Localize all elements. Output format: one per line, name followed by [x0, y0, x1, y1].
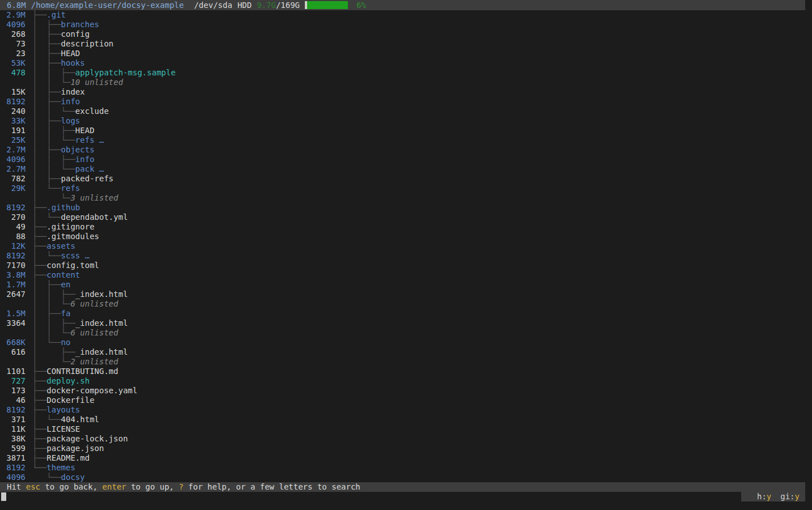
tree-branch-lines: │ └── [32, 184, 61, 193]
tree-row[interactable]: 2.7M│ │ └──pack … [0, 164, 805, 174]
tree-branch-lines: ├── [32, 270, 46, 280]
tree-row[interactable]: 240│ │ └──exclude [0, 107, 805, 116]
tree-row[interactable]: 38K├──package-lock.json [0, 434, 805, 444]
entry-size [6, 357, 25, 367]
tree-branch-lines: │ │ └─ [32, 328, 70, 338]
header-bar: 6.8M /home/example-user/docsy-example /d… [0, 0, 805, 10]
tree-row-unlisted[interactable]: │ └─3 unlisted [0, 193, 805, 203]
tree-row[interactable]: 270│ └──dependabot.yml [0, 212, 805, 222]
entry-size: 8192 [6, 203, 25, 212]
tree-row[interactable]: 782│ ├──packed-refs [0, 174, 805, 184]
entry-name: dependabot.yml [61, 212, 128, 222]
flag-h: h:y [757, 492, 771, 501]
file-tree: 2.9M├──.git4096│ ├──branches268│ ├──conf… [0, 10, 805, 482]
current-path: /home/example-user/docsy-example [31, 0, 184, 10]
entry-size [6, 193, 25, 203]
tree-row[interactable]: 2647│ │ ├──_index.html [0, 290, 805, 299]
tree-branch-lines: │ ├── [32, 20, 61, 29]
tree-row[interactable]: 4096│ ├──branches [0, 20, 805, 29]
entry-size: 4096 [6, 155, 25, 164]
tree-row[interactable]: 173├──docker-compose.yaml [0, 386, 805, 396]
tree-row-unlisted[interactable]: │ │ └─10 unlisted [0, 78, 805, 87]
tree-branch-lines: │ └── [32, 251, 61, 261]
tree-row[interactable]: 8192│ └──scss … [0, 251, 805, 261]
tree-branch-lines: │ ├── [32, 145, 61, 155]
flag-gi: gi:y [780, 492, 800, 501]
tree-row[interactable]: 23│ ├──HEAD [0, 49, 805, 58]
tree-branch-lines: │ ├── [32, 280, 61, 290]
tree-row[interactable]: 33K│ ├──logs [0, 116, 805, 126]
entry-size: 191 [6, 126, 25, 135]
tree-row[interactable]: 88├──.gitmodules [0, 232, 805, 241]
entry-name: .git [46, 10, 66, 20]
entry-size [6, 78, 25, 87]
tree-row[interactable]: 15K│ ├──index [0, 87, 805, 97]
entry-size: 38K [6, 434, 25, 444]
tree-row[interactable]: 371│ └──404.html [0, 415, 805, 424]
tree-row[interactable]: 668K│ └──no [0, 338, 805, 347]
entry-size: 616 [6, 347, 25, 357]
tree-branch-lines: │ │ └── [32, 164, 75, 174]
hint-key: ? [178, 482, 183, 491]
entry-name: 6 unlisted [70, 328, 118, 338]
flag-value: y [795, 492, 800, 501]
entry-size: 11K [6, 424, 25, 434]
entry-size: 29K [6, 184, 25, 193]
tree-row[interactable]: 3871├──README.md [0, 453, 805, 463]
tree-row-unlisted[interactable]: │ │ └─6 unlisted [0, 328, 805, 338]
tree-row[interactable]: 4096 └──docsy [0, 473, 805, 482]
tree-row[interactable]: 8192└──themes [0, 463, 805, 473]
tree-row[interactable]: 1.5M│ ├──fa [0, 309, 805, 318]
entry-size: 1.5M [6, 309, 25, 318]
tree-row[interactable]: 8192├──.github [0, 203, 805, 212]
status-hint-bar: Hit esc to go back, enter to go up, ? fo… [0, 482, 805, 492]
search-input[interactable]: h:ygi:y [0, 492, 812, 502]
entry-size: 270 [6, 212, 25, 222]
tree-row[interactable]: 46├──Dockerfile [0, 396, 805, 405]
entry-name: objects [61, 145, 95, 155]
tree-branch-lines: │ └── [32, 212, 61, 222]
tree-row[interactable]: 8192│ ├──info [0, 97, 805, 107]
tree-row[interactable]: 29K│ └──refs [0, 184, 805, 193]
tree-row-unlisted[interactable]: │ │ └─6 unlisted [0, 299, 805, 309]
entry-name: 404.html [61, 415, 99, 424]
tree-row[interactable]: 8192├──layouts [0, 405, 805, 415]
entry-name: index [61, 87, 85, 97]
tree-row[interactable]: 4096│ │ ├──info [0, 155, 805, 164]
tree-row[interactable]: 191│ │ ├──HEAD [0, 126, 805, 135]
entry-size: 2.7M [6, 164, 25, 174]
tree-row[interactable]: 2.7M│ ├──objects [0, 145, 805, 155]
tree-row[interactable]: 49├──.gitignore [0, 222, 805, 232]
tree-row[interactable]: 268│ ├──config [0, 29, 805, 39]
tree-row[interactable]: 25K│ │ └──refs … [0, 135, 805, 145]
tree-row[interactable]: 3364│ │ ├──_index.html [0, 318, 805, 328]
tree-row[interactable]: 478│ │ ├──applypatch-msg.sample [0, 68, 805, 78]
entry-size: 2.9M [6, 10, 25, 20]
tree-row[interactable]: 1101├──CONTRIBUTING.md [0, 367, 805, 376]
tree-row[interactable]: 3.8M├──content [0, 270, 805, 280]
entry-size: 25K [6, 135, 25, 145]
tree-row[interactable]: 2.9M├──.git [0, 10, 805, 20]
tree-row[interactable]: 73│ ├──description [0, 39, 805, 49]
entry-size: 12K [6, 241, 25, 251]
entry-name: refs … [75, 135, 104, 145]
tree-row[interactable]: 7170├──config.toml [0, 261, 805, 270]
tree-row[interactable]: 12K├──assets [0, 241, 805, 251]
tree-row[interactable]: 599├──package.json [0, 444, 805, 453]
tree-row[interactable]: 11K├──LICENSE [0, 424, 805, 434]
entry-size: 2.7M [6, 145, 25, 155]
tree-branch-lines: ├── [32, 405, 46, 415]
entry-name: layouts [46, 405, 80, 415]
flag-label: h: [757, 492, 767, 501]
tree-row-unlisted[interactable]: │ └─2 unlisted [0, 357, 805, 367]
tree-row[interactable]: 1.7M│ ├──en [0, 280, 805, 290]
tree-branch-lines: │ │ ├── [32, 155, 75, 164]
entry-size: 727 [6, 376, 25, 386]
entry-size: 23 [6, 49, 25, 58]
entry-size: 8192 [6, 463, 25, 473]
tree-row[interactable]: 616│ ├──_index.html [0, 347, 805, 357]
tree-branch-lines: ├── [32, 453, 46, 463]
tree-row[interactable]: 53K│ ├──hooks [0, 58, 805, 68]
entry-size: 33K [6, 116, 25, 126]
tree-row[interactable]: 727├──deploy.sh [0, 376, 805, 386]
